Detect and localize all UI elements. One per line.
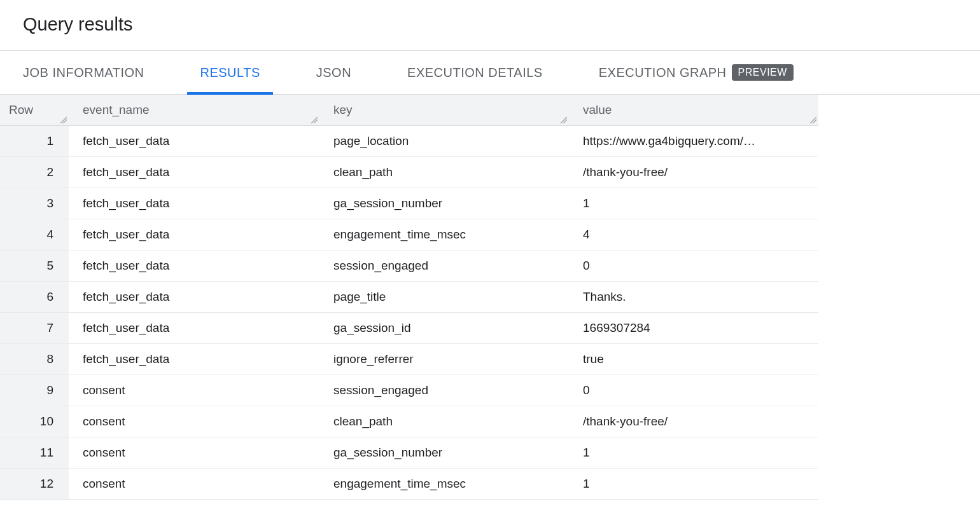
cell-event-name: fetch_user_data	[69, 312, 319, 343]
results-table: Row event_name key	[0, 95, 818, 500]
table-row[interactable]: 12consentengagement_time_msec1	[0, 468, 818, 499]
cell-value: Thanks.	[569, 281, 818, 312]
cell-key: clean_path	[319, 156, 569, 188]
results-table-wrap: Row event_name key	[0, 95, 980, 500]
results-tbody: 1fetch_user_datapage_locationhttps://www…	[0, 125, 818, 499]
column-resize-handle-icon[interactable]	[809, 116, 816, 123]
table-row[interactable]: 8fetch_user_dataignore_referrertrue	[0, 343, 818, 374]
cell-key: session_engaged	[319, 374, 569, 406]
preview-badge: PREVIEW	[732, 64, 794, 81]
column-resize-handle-icon[interactable]	[310, 116, 318, 123]
page-title: Query results	[23, 14, 957, 35]
cell-value: /thank-you-free/	[569, 156, 818, 188]
table-header-row: Row event_name key	[0, 95, 818, 125]
table-row[interactable]: 4fetch_user_dataengagement_time_msec4	[0, 219, 818, 250]
cell-value: true	[569, 343, 818, 374]
table-row[interactable]: 2fetch_user_dataclean_path/thank-you-fre…	[0, 156, 818, 188]
cell-value: 1669307284	[569, 312, 818, 343]
cell-row-num: 4	[0, 219, 69, 250]
col-header-row[interactable]: Row	[0, 95, 69, 125]
cell-row-num: 10	[0, 406, 69, 437]
cell-key: clean_path	[319, 406, 569, 437]
table-row[interactable]: 3fetch_user_dataga_session_number1	[0, 188, 818, 219]
table-row[interactable]: 9consentsession_engaged0	[0, 374, 818, 406]
cell-event-name: fetch_user_data	[69, 125, 319, 156]
cell-event-name: fetch_user_data	[69, 219, 319, 250]
cell-row-num: 6	[0, 281, 69, 312]
cell-key: engagement_time_msec	[319, 468, 569, 499]
tab-execution-graph[interactable]: EXECUTION GRAPH PREVIEW	[586, 51, 806, 94]
tab-execution-details[interactable]: EXECUTION DETAILS	[395, 51, 556, 94]
cell-event-name: fetch_user_data	[69, 250, 319, 281]
table-row[interactable]: 11consentga_session_number1	[0, 437, 818, 468]
cell-value: 1	[569, 468, 818, 499]
column-resize-handle-icon[interactable]	[559, 116, 567, 123]
cell-key: page_location	[319, 125, 569, 156]
cell-key: ga_session_number	[319, 437, 569, 468]
cell-event-name: consent	[69, 468, 319, 499]
cell-row-num: 2	[0, 156, 69, 188]
cell-value: 0	[569, 374, 818, 406]
table-row[interactable]: 7fetch_user_dataga_session_id1669307284	[0, 312, 818, 343]
cell-event-name: consent	[69, 437, 319, 468]
col-header-key[interactable]: key	[319, 95, 569, 125]
cell-row-num: 11	[0, 437, 69, 468]
table-row[interactable]: 1fetch_user_datapage_locationhttps://www…	[0, 125, 818, 156]
table-row[interactable]: 10consentclean_path/thank-you-free/	[0, 406, 818, 437]
cell-key: page_title	[319, 281, 569, 312]
cell-row-num: 5	[0, 250, 69, 281]
tab-label: RESULTS	[200, 65, 260, 80]
cell-row-num: 12	[0, 468, 69, 499]
cell-row-num: 9	[0, 374, 69, 406]
tab-label: JOB INFORMATION	[23, 65, 144, 80]
cell-key: ga_session_number	[319, 188, 569, 219]
tab-job-information[interactable]: JOB INFORMATION	[23, 51, 157, 94]
cell-key: ignore_referrer	[319, 343, 569, 374]
col-header-event-name[interactable]: event_name	[69, 95, 319, 125]
cell-event-name: fetch_user_data	[69, 343, 319, 374]
tab-label: EXECUTION DETAILS	[407, 65, 543, 80]
col-header-label: Row	[9, 103, 33, 116]
col-header-value[interactable]: value	[569, 95, 818, 125]
cell-row-num: 1	[0, 125, 69, 156]
cell-row-num: 7	[0, 312, 69, 343]
col-header-label: event_name	[83, 103, 150, 116]
cell-event-name: fetch_user_data	[69, 188, 319, 219]
cell-value: 4	[569, 219, 818, 250]
cell-value: 1	[569, 188, 818, 219]
cell-event-name: consent	[69, 406, 319, 437]
cell-event-name: consent	[69, 374, 319, 406]
cell-value: 1	[569, 437, 818, 468]
cell-value: https://www.ga4bigquery.com/…	[569, 125, 818, 156]
col-header-label: key	[333, 103, 353, 116]
tab-label: JSON	[316, 65, 351, 80]
tab-label: EXECUTION GRAPH	[599, 65, 727, 80]
cell-event-name: fetch_user_data	[69, 156, 319, 188]
col-header-label: value	[583, 103, 612, 116]
results-tabbar: JOB INFORMATION RESULTS JSON EXECUTION D…	[0, 50, 980, 95]
query-results-panel: Query results JOB INFORMATION RESULTS JS…	[0, 0, 980, 500]
cell-row-num: 8	[0, 343, 69, 374]
cell-key: session_engaged	[319, 250, 569, 281]
cell-key: engagement_time_msec	[319, 219, 569, 250]
tab-json[interactable]: JSON	[304, 51, 364, 94]
cell-value: /thank-you-free/	[569, 406, 818, 437]
column-resize-handle-icon[interactable]	[59, 116, 67, 123]
cell-event-name: fetch_user_data	[69, 281, 319, 312]
cell-key: ga_session_id	[319, 312, 569, 343]
table-row[interactable]: 5fetch_user_datasession_engaged0	[0, 250, 818, 281]
cell-row-num: 3	[0, 188, 69, 219]
title-bar: Query results	[0, 0, 980, 50]
cell-value: 0	[569, 250, 818, 281]
table-row[interactable]: 6fetch_user_datapage_titleThanks.	[0, 281, 818, 312]
tab-results[interactable]: RESULTS	[187, 51, 272, 94]
